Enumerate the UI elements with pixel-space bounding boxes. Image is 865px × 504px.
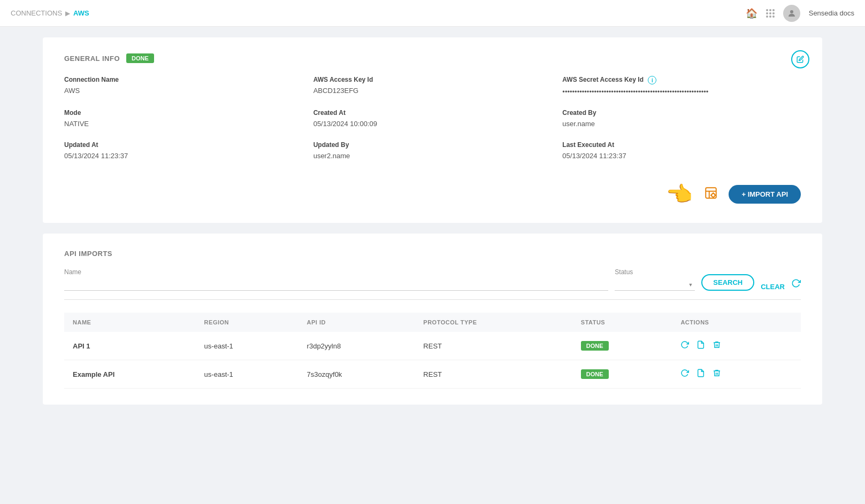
table-row: API 1 us-east-1 r3dp2yyln8 REST DONE: [64, 332, 801, 360]
access-key-id-label: AWS Access Key Id: [313, 76, 552, 83]
status-select[interactable]: DONE ERROR PENDING: [615, 278, 695, 291]
status-badge: DONE: [581, 341, 609, 351]
file-icon[interactable]: [696, 369, 705, 379]
col-name: NAME: [64, 313, 196, 332]
connection-name-label: Connection Name: [64, 76, 303, 83]
sensedia-docs-link[interactable]: Sensedia docs: [809, 9, 854, 17]
name-search-field: Name: [64, 268, 608, 291]
created-by-label: Created By: [562, 109, 801, 117]
secret-access-key-label: AWS Secret Access Key Id i: [562, 76, 801, 84]
status-select-wrapper: DONE ERROR PENDING: [615, 278, 695, 291]
col-protocol-type: PROTOCOL TYPE: [415, 313, 572, 332]
cell-actions: [672, 360, 801, 389]
clear-button[interactable]: CLEAR: [761, 283, 785, 291]
name-search-label: Name: [64, 268, 608, 276]
refresh-button[interactable]: [791, 278, 801, 291]
connection-name-field: Connection Name AWS: [64, 76, 303, 96]
api-imports-title: API IMPORTS: [64, 250, 801, 258]
table-header: NAME REGION API ID PROTOCOL TYPE STATUS …: [64, 313, 801, 332]
table-settings-icon[interactable]: [704, 186, 718, 203]
updated-by-label: Updated By: [313, 141, 552, 149]
breadcrumb: CONNECTIONS ▶ AWS: [11, 9, 89, 17]
updated-at-value: 05/13/2024 11:23:37: [64, 152, 128, 160]
status-badge: DONE: [581, 369, 609, 379]
cell-region: us-east-1: [196, 332, 298, 360]
mode-value: NATIVE: [64, 120, 89, 128]
nav-right-actions: 🏠 Sensedia docs: [746, 5, 854, 22]
col-actions: ACTIONS: [672, 313, 801, 332]
top-navigation: CONNECTIONS ▶ AWS 🏠 Sensedia docs: [0, 0, 865, 27]
cell-status: DONE: [572, 332, 672, 360]
cell-name: API 1: [64, 332, 196, 360]
home-icon[interactable]: 🏠: [746, 7, 757, 19]
action-icons: [680, 340, 792, 351]
cell-region: us-east-1: [196, 360, 298, 389]
created-at-value: 05/13/2024 10:00:09: [313, 120, 377, 128]
breadcrumb-parent[interactable]: CONNECTIONS: [11, 9, 62, 17]
last-executed-label: Last Executed At: [562, 141, 801, 149]
info-grid: Connection Name AWS AWS Access Key Id AB…: [64, 76, 801, 160]
section-header: GENERAL INFO DONE: [64, 53, 801, 63]
action-icons: [680, 369, 792, 379]
cell-api-id: r3dp2yyln8: [298, 332, 415, 360]
status-search-label: Status: [615, 268, 695, 276]
import-api-button[interactable]: + IMPORT API: [729, 185, 801, 204]
access-key-id-value: ABCD123EFG: [313, 87, 359, 95]
cell-status: DONE: [572, 360, 672, 389]
search-bar: Name Status DONE ERROR PENDING SEARCH CL…: [64, 268, 801, 300]
updated-at-field: Updated At 05/13/2024 11:23:37: [64, 141, 303, 160]
status-search-field: Status DONE ERROR PENDING: [615, 268, 695, 291]
updated-by-value: user2.name: [313, 152, 350, 160]
connection-name-value: AWS: [64, 87, 80, 95]
info-icon[interactable]: i: [648, 76, 656, 84]
general-info-title: GENERAL INFO: [64, 55, 120, 63]
created-by-field: Created By user.name: [562, 109, 801, 128]
col-api-id: API ID: [298, 313, 415, 332]
col-status: STATUS: [572, 313, 672, 332]
col-region: REGION: [196, 313, 298, 332]
breadcrumb-arrow: ▶: [65, 10, 70, 17]
created-at-field: Created At 05/13/2024 10:00:09: [313, 109, 552, 128]
edit-button[interactable]: [791, 50, 809, 68]
sync-icon[interactable]: [680, 369, 689, 379]
cell-name: Example API: [64, 360, 196, 389]
updated-by-field: Updated By user2.name: [313, 141, 552, 160]
access-key-id-field: AWS Access Key Id ABCD123EFG: [313, 76, 552, 96]
avatar[interactable]: [783, 5, 800, 22]
grid-menu-icon[interactable]: [766, 9, 775, 18]
table-body: API 1 us-east-1 r3dp2yyln8 REST DONE: [64, 332, 801, 389]
last-executed-value: 05/13/2024 11:23:37: [562, 152, 626, 160]
mode-field: Mode NATIVE: [64, 109, 303, 128]
updated-at-label: Updated At: [64, 141, 303, 149]
breadcrumb-current: AWS: [73, 9, 89, 17]
finger-pointing-emoji: 👉: [667, 182, 693, 207]
created-at-label: Created At: [313, 109, 552, 117]
general-info-card: GENERAL INFO DONE Connection Name AWS AW…: [43, 37, 822, 223]
secret-access-key-field: AWS Secret Access Key Id i •••••••••••••…: [562, 76, 801, 96]
cell-protocol-type: REST: [415, 332, 572, 360]
delete-icon[interactable]: [713, 369, 721, 379]
api-imports-table: NAME REGION API ID PROTOCOL TYPE STATUS …: [64, 313, 801, 389]
secret-access-key-value: ••••••••••••••••••••••••••••••••••••••••…: [562, 88, 708, 96]
table-row: Example API us-east-1 7s3ozqyf0k REST DO…: [64, 360, 801, 389]
cell-protocol-type: REST: [415, 360, 572, 389]
last-executed-field: Last Executed At 05/13/2024 11:23:37: [562, 141, 801, 160]
delete-icon[interactable]: [713, 340, 721, 351]
search-button[interactable]: SEARCH: [701, 274, 754, 291]
sync-icon[interactable]: [680, 340, 689, 351]
svg-point-4: [712, 193, 716, 197]
main-content: GENERAL INFO DONE Connection Name AWS AW…: [0, 27, 865, 415]
svg-point-0: [790, 10, 793, 13]
api-imports-section: API IMPORTS Name Status DONE ERROR PENDI…: [43, 234, 822, 405]
cell-actions: [672, 332, 801, 360]
import-area: 👉 + IMPORT API: [64, 176, 801, 207]
cell-api-id: 7s3ozqyf0k: [298, 360, 415, 389]
file-icon[interactable]: [696, 340, 705, 351]
mode-label: Mode: [64, 109, 303, 117]
created-by-value: user.name: [562, 120, 595, 128]
status-badge: DONE: [126, 53, 154, 63]
name-search-input[interactable]: [64, 278, 608, 291]
